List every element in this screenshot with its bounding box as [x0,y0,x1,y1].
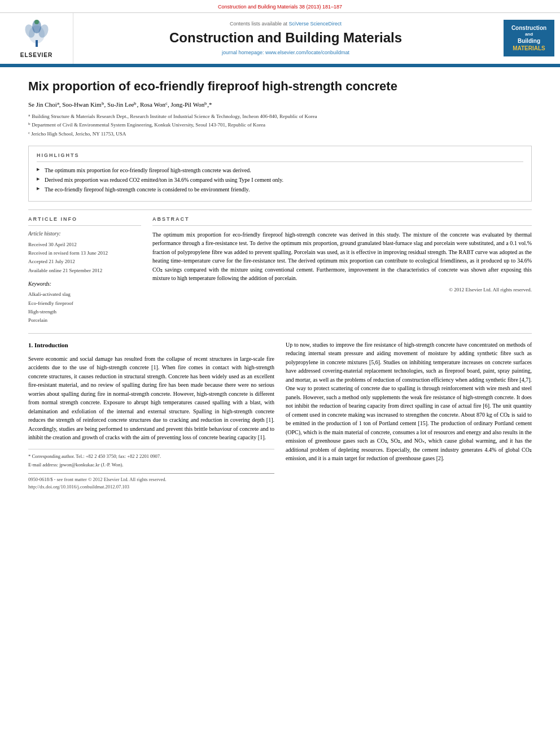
body-divider [28,333,532,334]
abstract-text: The optimum mix proportion for eco-frien… [152,230,532,283]
abstract-column: ABSTRACT The optimum mix proportion for … [152,216,532,325]
date-revised: Received in revised form 13 June 2012 [28,249,141,257]
brand-line3: Building [507,37,551,45]
keywords-list: Alkali-activated slag Eco-friendly firep… [28,290,141,325]
brand-line1: Construction [507,24,551,32]
elsevier-logo-section: ELSEVIER [0,13,73,64]
date-accepted: Accepted 21 July 2012 [28,257,141,266]
main-content: Mix proportion of eco-friendly fireproof… [0,67,560,502]
keyword-4: Porcelain [28,316,141,325]
abstract-copyright: © 2012 Elsevier Ltd. All rights reserved… [152,286,532,294]
brand-line4: MATERIALS [507,45,551,52]
highlights-section: HIGHLIGHTS The optimum mix proportion fo… [28,146,532,202]
elsevier-logo: ELSEVIER [20,18,54,59]
affiliations: ᵃ Building Structure & Materials Researc… [28,113,532,138]
journal-reference: Construction and Building Materials 38 (… [218,4,342,10]
journal-brand-box: Construction and Building MATERIALS [504,20,554,56]
keywords-section: Keywords: Alkali-activated slag Eco-frie… [28,281,141,325]
footer-doi: http://dx.doi.org/10.1016/j.conbuildmat.… [28,483,274,491]
body-col1-para1: Severe economic and social damage has re… [28,355,274,442]
body-col2-para1: Up to now, studies to improve the fire r… [286,340,532,463]
affiliation-b: ᵇ Department of Civil & Environmental Sy… [28,121,532,129]
body-content: 1. Introduction Severe economic and soci… [28,340,532,491]
keyword-1: Alkali-activated slag [28,290,141,299]
footnote-corresponding: * Corresponding author. Tel.: +82 2 450 … [28,453,274,460]
date-received: Received 30 April 2012 [28,241,141,249]
affiliation-c: ᶜ Jericho High School, Jericho, NY 11753… [28,130,532,138]
footnote-email: E-mail address: jpwon@konkukac.kr (J.-P.… [28,461,274,469]
svg-point-5 [34,20,39,24]
sciverse-link: Contents lists available at SciVerse Sci… [230,20,342,28]
highlight-item-2: Derived mix proportion was reduced CO2 e… [37,176,523,184]
article-info-column: ARTICLE INFO Article history: Received 3… [28,216,141,325]
article-title: Mix proportion of eco-friendly fireproof… [28,78,532,95]
article-dates: Received 30 April 2012 Received in revis… [28,241,141,275]
highlights-list: The optimum mix proportion for eco-frien… [37,167,523,194]
authors-line: Se Jin Choiᵃ, Soo-Hwan Kimᵇ, Su-Jin Leeᵇ… [28,100,532,110]
article-history-label: Article history: [28,230,141,238]
body-column-2: Up to now, studies to improve the fire r… [286,340,532,491]
section-1-heading: 1. Introduction [28,340,274,350]
authors-text: Se Jin Choiᵃ, Soo-Hwan Kimᵇ, Su-Jin Leeᵇ… [28,101,212,108]
keyword-2: Eco-friendly fireproof [28,299,141,308]
article-info-abstract-section: ARTICLE INFO Article history: Received 3… [28,209,532,325]
elsevier-tree-icon [20,18,54,49]
journal-homepage: journal homepage: www.elsevier.com/locat… [222,49,349,56]
affiliation-a: ᵃ Building Structure & Materials Researc… [28,113,532,121]
abstract-label: ABSTRACT [152,216,532,226]
footnotes: * Corresponding author. Tel.: +82 2 450 … [28,449,274,469]
body-column-1: 1. Introduction Severe economic and soci… [28,340,274,491]
highlight-item-1: The optimum mix proportion for eco-frien… [37,167,523,174]
highlight-item-3: The eco-friendly fireproof high-strength… [37,186,523,194]
date-online: Available online 21 September 2012 [28,267,141,275]
keyword-3: High-strength [28,308,141,316]
keywords-label: Keywords: [28,281,141,288]
journal-header-center: Contents lists available at SciVerse Sci… [73,13,498,64]
sciverse-link-text[interactable]: SciVerse ScienceDirect [289,21,342,27]
journal-homepage-link[interactable]: journal homepage: www.elsevier.com/locat… [222,50,349,55]
elsevier-text: ELSEVIER [20,51,54,59]
brand-line2: and [507,32,551,37]
journal-reference-bar: Construction and Building Materials 38 (… [0,0,560,13]
article-info-label: ARTICLE INFO [28,216,141,226]
footer-issn: 0950-0618/$ - see front matter © 2012 El… [28,476,274,483]
footer-note: 0950-0618/$ - see front matter © 2012 El… [28,473,274,491]
journal-brand-section: Construction and Building MATERIALS [498,13,560,64]
journal-title: Construction and Building Materials [169,30,402,46]
journal-header: ELSEVIER Contents lists available at Sci… [0,13,560,65]
highlights-label: HIGHLIGHTS [37,152,523,162]
